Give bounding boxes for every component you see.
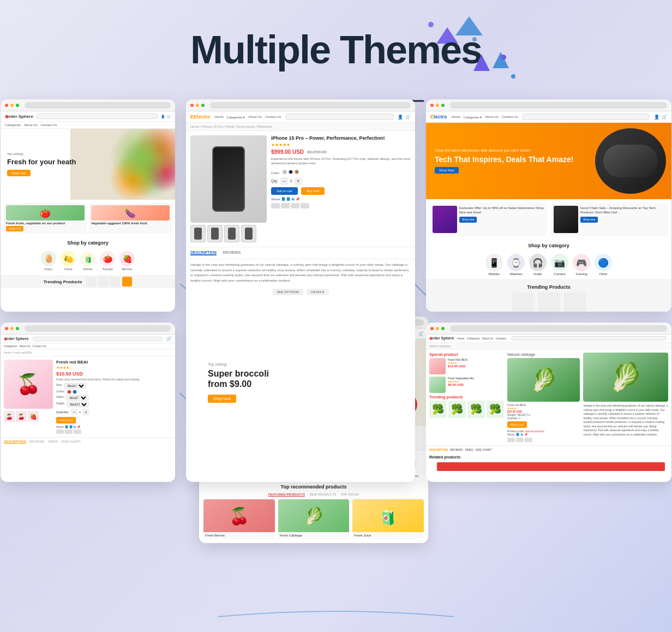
gd2-tab-size[interactable]: SIZE CHART	[476, 448, 492, 451]
trend-product-2	[98, 277, 108, 287]
gd2-detail-main: 🥬 Indulge in the crisp and refreshing go…	[583, 353, 668, 442]
gd-tab-reviews[interactable]: REVIEWS	[29, 440, 45, 444]
banner-logo: Electro	[430, 114, 447, 120]
browser-close	[5, 104, 8, 107]
gd2-pay-row	[507, 438, 580, 442]
svg-marker-6	[493, 52, 509, 68]
color-bronze[interactable]	[295, 170, 299, 174]
gd2-related-row	[426, 461, 671, 482]
hero-heading: Fresh for your heath	[7, 158, 76, 167]
product-name: iPhone 15 Pro – Power, Performance, Perf…	[271, 135, 411, 141]
food-card-info-3: Fresh Juice	[352, 532, 424, 539]
grocery-home-card: ◉rder Sphere 👤🛒 Categories About Us Cont…	[1, 99, 175, 312]
promo-btn-1[interactable]: Shop now	[459, 217, 477, 223]
gd2-tab-desc[interactable]: DESCRIPTION	[429, 448, 448, 451]
gd-thumb-3[interactable]: 🍓	[28, 411, 39, 422]
price-row: $999.00 USD $1,299.00	[271, 147, 411, 157]
electro-min	[196, 104, 199, 107]
gd2-navbar: ◉rder Sphere HomeCategoriesAbout UsConta…	[426, 335, 671, 343]
product-description: Experience the future with iPhone 15 Pro…	[271, 157, 411, 166]
electro-max	[201, 104, 205, 107]
promo-btn-2[interactable]: Shop now	[580, 217, 598, 223]
gd-tab-video[interactable]: VIDEO	[48, 440, 58, 444]
gd2-trending-title: Trending products	[429, 395, 504, 399]
hero-cta-btn[interactable]: Shop now	[7, 170, 31, 176]
banner-navbar: Electro HomeCategories ▾About UsContact …	[426, 111, 671, 123]
gd-color-red[interactable]	[67, 390, 71, 394]
thumb-2[interactable]	[207, 225, 223, 242]
svg-marker-5	[473, 55, 490, 71]
tab-reviews[interactable]: REVIEWS	[223, 251, 241, 255]
gd-logo: ◉rder Sphere	[4, 337, 28, 341]
gd-pay-2	[65, 430, 73, 434]
gd-height-select[interactable]: SELECT	[67, 402, 89, 407]
gd-color-blue[interactable]	[73, 390, 77, 394]
food-hero-btn[interactable]: Shop Now	[208, 395, 236, 403]
gd-thumb-2[interactable]: 🍒	[16, 411, 27, 422]
gd2-nat-img: 🥬	[507, 358, 580, 402]
banner-search[interactable]	[523, 114, 650, 120]
electro-search[interactable]	[286, 114, 393, 120]
thumb-1[interactable]	[190, 225, 206, 242]
gd2-cart-btn[interactable]: Add to cart	[507, 421, 527, 428]
gd-add-to-cart[interactable]: Add to cart	[56, 417, 76, 424]
subcat-btn-1[interactable]: Shop now	[6, 226, 23, 231]
gd2-search[interactable]	[512, 336, 666, 341]
hero-tag: Top selling!	[7, 152, 76, 156]
share-label: Share: 📘 📘 🐦 📌	[271, 197, 411, 201]
gd-fabric-select[interactable]: SELECT	[67, 395, 88, 401]
product-tabs: DESCRIPTION REVIEWS	[186, 247, 415, 259]
gd2-prod-info-2: Fresh Vegetables Mix ★★★★★ $8.90 USD	[448, 377, 474, 386]
banner-min	[436, 104, 439, 107]
gd-qty-increase[interactable]: +	[82, 409, 89, 415]
elec-trending-title: Trending Products	[527, 284, 571, 290]
shop-by-category-title: Shop by category	[1, 237, 175, 249]
elec-cat-gaming-label: Gaming	[573, 272, 590, 276]
cat-label-citrus: Citrus	[61, 267, 76, 271]
product-stars: ★★★★★	[271, 142, 411, 147]
gd-tab-description[interactable]: DESCRIPTION	[4, 440, 26, 444]
tab-description[interactable]: DESCRIPTION	[190, 251, 217, 255]
gd2-related-btn[interactable]	[437, 462, 665, 471]
gd-cart-icon[interactable]: 🛒	[166, 336, 172, 341]
gd2-tab-reviews[interactable]: REVIEWS	[450, 448, 463, 451]
color-silver[interactable]	[283, 170, 287, 174]
cat-berries: 🍓 Berries	[119, 251, 135, 271]
gd-price: $10.50 USD	[56, 371, 172, 377]
nav-search[interactable]	[37, 114, 158, 119]
gd2-special-label: Special product	[429, 353, 504, 356]
product-info: iPhone 15 Pro – Power, Performance, Perf…	[271, 135, 411, 242]
gd2-pay-1	[507, 438, 515, 442]
cat-label-drinks: Drinks	[80, 267, 95, 271]
gd-tab-size[interactable]: SIZE CHART	[61, 440, 81, 444]
gd2-tab-video[interactable]: VIDEO	[465, 448, 473, 451]
gd2-pay-3	[525, 438, 532, 442]
gd2-nat-title: Natural cabbage	[507, 353, 580, 356]
color-black[interactable]	[289, 170, 293, 174]
qty-decrease[interactable]: −	[280, 177, 288, 185]
elec-cat-gaming: 🎮 Gaming	[573, 254, 590, 276]
more-options: SEE OPTIONS DETAILS	[186, 287, 415, 297]
browser-url	[25, 102, 171, 109]
gd2-product-row-2: Fresh Vegetables Mix ★★★★★ $8.90 USD	[429, 377, 504, 393]
food-hero-text: Top selling! Super broccolifrom $9.00 Sh…	[208, 362, 269, 403]
gd2-nat-info: Fresh red BEAt ★★★★☆ $10.50 USD Weight: …	[507, 403, 580, 442]
gd-thumb-1[interactable]: 🍒	[4, 411, 15, 422]
gd-size-select[interactable]: SELECT	[64, 383, 86, 389]
buy-now-btn[interactable]: Buy now	[301, 187, 325, 195]
gd-qty-decrease[interactable]: −	[71, 409, 77, 415]
thumb-4[interactable]	[241, 225, 256, 242]
elec-cat-mobile: 📱 Mobiles	[485, 254, 503, 276]
product-old-price: $1,299.00	[307, 150, 327, 154]
gd2-url	[450, 325, 667, 332]
gd-url	[25, 325, 171, 332]
gd-qty-row: Quantity: − 1 +	[56, 409, 172, 415]
banner-shop-btn[interactable]: Shop Now	[435, 167, 459, 174]
add-to-cart-btn[interactable]: Add to cart	[271, 187, 298, 195]
gd-search[interactable]	[33, 337, 162, 341]
qty-increase[interactable]: +	[295, 177, 302, 185]
thumb-3[interactable]	[224, 225, 239, 242]
see-options-btn[interactable]: SEE OPTIONS	[272, 289, 303, 295]
see-details-btn[interactable]: DETAILS	[307, 289, 329, 295]
subcategory-cards: 🍅 Fresh fruits, vegetable on our product…	[1, 200, 175, 237]
